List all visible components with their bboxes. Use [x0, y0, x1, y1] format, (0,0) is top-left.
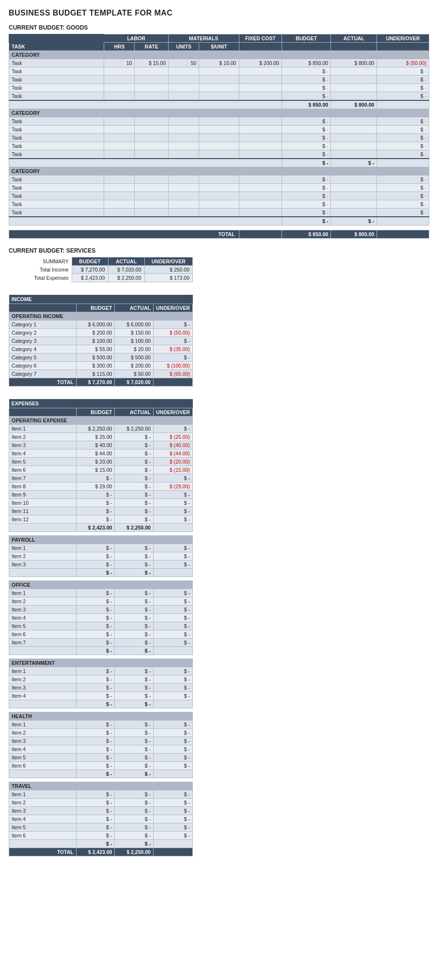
expense-row-actual: $ - [115, 515, 154, 524]
expense-row-actual: $ - [115, 441, 154, 450]
expense-row-budget: $ - [76, 474, 115, 482]
expense-row-underover: $ - [153, 491, 192, 499]
expense-data-row: Item 12 $ - $ - $ - [9, 515, 193, 524]
expense-data-row: Item 5 $ - $ - $ - [9, 823, 193, 832]
expense-row-actual: $ - [115, 675, 154, 684]
task-budget: $ - [282, 134, 331, 142]
expense-subtotal-budget: $ - [76, 770, 115, 778]
income-row-underover: $ - [153, 337, 192, 345]
actual-col-header [331, 43, 377, 51]
services-row-budget: $ 2,423.00 [72, 274, 108, 282]
task-budget: $ - [282, 76, 331, 84]
subtotal-budget: $ - [282, 217, 331, 225]
task-hrs [104, 126, 135, 134]
expense-row-actual: $ - [115, 762, 154, 770]
task-rate [135, 142, 169, 150]
task-name: Task [9, 126, 104, 134]
expense-row-label: Item 2 [9, 433, 77, 441]
income-data-row: Category 6 $ 300.00 $ 200.00 $ (100.00) [9, 362, 193, 370]
subtotal-actual: $ 800.00 [331, 100, 377, 109]
expense-subtotal-budget: $ - [76, 569, 115, 577]
expense-row-underover: $ (44.00) [153, 450, 192, 458]
expense-data-row: Item 1 $ - $ - $ - [9, 589, 193, 597]
expense-row-actual: $ - [115, 639, 154, 647]
task-actual: $ 800.00 [331, 59, 377, 67]
expense-row-budget: $ - [76, 737, 115, 745]
task-actual [331, 76, 377, 84]
task-perunit [199, 126, 239, 134]
expense-data-row: Item 4 $ 44.00 $ - $ (44.00) [9, 450, 193, 458]
expense-row-budget: $ - [76, 721, 115, 729]
expense-row-label: Item 6 [9, 630, 77, 639]
task-hrs [104, 200, 135, 209]
perunit-col-header: $/UNIT [199, 43, 239, 51]
expense-row-budget: $ - [76, 675, 115, 684]
expense-data-row: Item 2 $ - $ - $ - [9, 597, 193, 606]
income-row-actual: $ 200.00 [115, 362, 154, 370]
expense-row-budget: $ - [76, 639, 115, 647]
goods-task-row: Task $ - $ - [9, 76, 429, 84]
expense-row-label: Item 6 [9, 832, 77, 840]
expense-data-row: Item 3 $ - $ - $ - [9, 737, 193, 745]
expense-data-row: Item 3 $ - $ - $ - [9, 807, 193, 815]
income-row-budget: $ 6,000.00 [76, 321, 115, 329]
task-perunit [199, 76, 239, 84]
services-summary-row: Total Income $ 7,270.00 $ 7,020.00 $ 250… [9, 266, 193, 274]
task-fixed [239, 184, 282, 192]
task-underover: $ (50.00) [377, 59, 429, 67]
goods-task-row: Task $ - $ - [9, 67, 429, 76]
income-row-label: Category 3 [9, 337, 77, 345]
task-name: Task [9, 184, 104, 192]
expense-row-underover: $ (29.00) [153, 482, 192, 491]
expense-row-underover: $ - [153, 630, 192, 639]
goods-task-row: Task 10 $ 15.00 50 $ 10.00 $ 200.00 $ 85… [9, 59, 429, 67]
expense-row-underover: $ - [153, 745, 192, 754]
summary-budget-header: BUDGET [72, 257, 108, 266]
task-perunit [199, 84, 239, 92]
expense-data-row: Item 4 $ - $ - $ - [9, 614, 193, 622]
goods-task-row: Task $ - $ - [9, 176, 429, 184]
expense-row-underover: $ - [153, 589, 192, 597]
income-row-actual: $ 20.00 [115, 345, 154, 353]
goods-task-row: Task $ - $ - [9, 200, 429, 209]
expense-row-budget: $ - [76, 729, 115, 737]
goods-task-row: Task $ - $ - [9, 134, 429, 142]
expense-row-label: Item 1 [9, 721, 77, 729]
expense-row-budget: $ - [76, 622, 115, 630]
goods-task-row: Task $ - $ - [9, 92, 429, 101]
labor-header: LABOR [104, 34, 169, 43]
expense-row-actual: $ - [115, 491, 154, 499]
expense-row-budget: $ - [76, 561, 115, 569]
task-budget: $ - [282, 67, 331, 76]
expense-data-row: Item 6 $ - $ - $ - [9, 762, 193, 770]
expense-data-row: Item 10 $ - $ - $ - [9, 499, 193, 507]
services-summary-row: Total Expenses $ 2,423.00 $ 2,250.00 $ 1… [9, 274, 193, 282]
task-units [169, 200, 199, 209]
rate-col-header: RATE [135, 43, 169, 51]
expense-subtotal-2: $ - $ - [9, 647, 193, 655]
expense-subtotal-budget: $ - [76, 840, 115, 848]
task-name: Task [9, 92, 104, 101]
expense-row-underover: $ - [153, 614, 192, 622]
expense-row-budget: $ - [76, 544, 115, 552]
actual-header: ACTUAL [331, 34, 377, 43]
income-total-row: TOTAL $ 7,270.00 $ 7,020.00 [9, 378, 193, 386]
expense-row-actual: $ - [115, 450, 154, 458]
task-rate [135, 126, 169, 134]
expense-row-actual: $ - [115, 433, 154, 441]
expense-row-label: Item 1 [9, 425, 77, 433]
expense-row-actual: $ - [115, 474, 154, 482]
services-row-actual: $ 2,250.00 [108, 274, 144, 282]
hrs-col-header: HRS [104, 43, 135, 51]
task-col-header: TASK [9, 43, 104, 51]
expense-row-underover: $ - [153, 832, 192, 840]
subtotal-actual: $ - [331, 217, 377, 225]
task-hrs [104, 134, 135, 142]
task-rate [135, 92, 169, 101]
expense-subtotal-actual: $ - [115, 770, 154, 778]
task-hrs [104, 209, 135, 217]
expense-row-actual: $ - [115, 466, 154, 474]
services-row-underover: $ 250.00 [144, 266, 192, 274]
task-budget: $ - [282, 84, 331, 92]
expense-group-3: ENTERTAINMENT [9, 659, 193, 667]
